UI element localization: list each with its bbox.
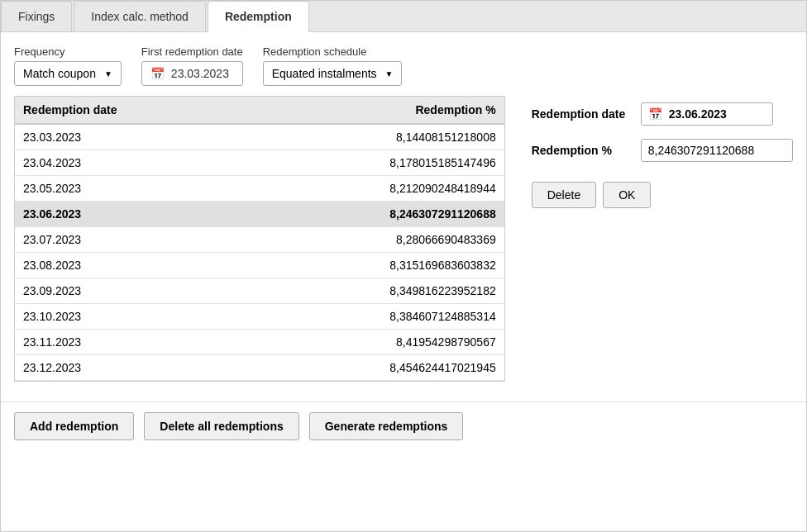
cell-date: 23.07.2023 [15, 227, 246, 253]
calendar-icon: 📅 [150, 67, 165, 80]
frequency-group: Frequency Match coupon ▼ [14, 45, 122, 86]
first-redemption-label: First redemption date [141, 45, 243, 58]
frequency-label: Frequency [14, 45, 122, 58]
cell-pct: 8,28066690483369 [246, 227, 504, 253]
first-redemption-group: First redemption date 📅 23.03.2023 [141, 45, 243, 86]
tab-index-calc[interactable]: Index calc. method [74, 1, 206, 31]
redemption-pct-field-label: Redemption % [532, 144, 631, 157]
redemption-pct-input[interactable] [641, 139, 793, 162]
cell-pct: 8,31516968360383​2 [246, 253, 504, 278]
cell-pct: 8,24630729112068​8 [246, 202, 504, 227]
cell-date: 23.10.2023 [15, 304, 246, 330]
cell-date: 23.09.2023 [15, 278, 246, 304]
calendar-icon-right: 📅 [648, 107, 662, 121]
cell-pct: 8,21209024841894​4 [246, 176, 504, 202]
table-row[interactable]: 23.06.20238,24630729112068​8 [15, 202, 504, 227]
redemption-schedule-group: Redemption schedule Equated instalments … [263, 45, 403, 86]
table-row[interactable]: 23.07.20238,28066690483369 [15, 227, 504, 253]
cell-date: 23.12.2023 [15, 355, 246, 381]
main-container: Fixings Index calc. method Redemption Fr… [0, 0, 807, 532]
chevron-down-icon-2: ▼ [385, 69, 394, 78]
table-row[interactable]: 23.04.20238,17801518514749​6 [15, 150, 504, 176]
cell-pct: 8,17801518514749​6 [246, 150, 504, 176]
first-redemption-date-input[interactable]: 📅 23.03.2023 [141, 61, 243, 86]
col-header-pct: Redemption % [246, 97, 504, 124]
redemption-pct-row: Redemption % [532, 139, 793, 162]
cell-date: 23.04.2023 [15, 150, 246, 176]
cell-pct: 8,38460712488531​4 [246, 304, 504, 330]
table-row[interactable]: 23.03.20238,14408151218008 [15, 124, 504, 150]
frequency-dropdown[interactable]: Match coupon ▼ [14, 61, 122, 86]
ok-button[interactable]: OK [603, 182, 651, 208]
right-panel: Redemption date 📅 23.06.2023 Redemption … [532, 96, 793, 382]
cell-pct: 8,41954298790567 [246, 330, 504, 355]
redemption-schedule-dropdown[interactable]: Equated instalments ▼ [263, 61, 403, 86]
controls-row: Frequency Match coupon ▼ First redemptio… [1, 32, 806, 96]
delete-button[interactable]: Delete [532, 182, 596, 208]
cell-date: 23.11.2023 [15, 330, 246, 355]
tab-fixings[interactable]: Fixings [1, 1, 72, 31]
table-row[interactable]: 23.11.20238,41954298790567 [15, 330, 504, 355]
redemption-date-row: Redemption date 📅 23.06.2023 [532, 102, 793, 126]
redemption-date-field[interactable]: 📅 23.06.2023 [641, 102, 773, 126]
cell-date: 23.05.2023 [15, 176, 246, 202]
table-row[interactable]: 23.05.20238,21209024841894​4 [15, 176, 504, 202]
table-row[interactable]: 23.12.20238,45462441702194​5 [15, 355, 504, 381]
delete-all-redemptions-button[interactable]: Delete all redemptions [144, 412, 298, 440]
redemption-table: Redemption date Redemption % 23.03.20238… [15, 97, 504, 381]
action-btn-row: Delete OK [532, 182, 793, 208]
redemption-schedule-label: Redemption schedule [263, 45, 403, 58]
cell-date: 23.03.2023 [15, 124, 246, 150]
chevron-down-icon: ▼ [104, 69, 112, 78]
main-content: Redemption date Redemption % 23.03.20238… [1, 96, 806, 395]
cell-pct: 8,14408151218008 [246, 124, 504, 150]
tab-redemption[interactable]: Redemption [208, 1, 309, 32]
tabs-bar: Fixings Index calc. method Redemption [1, 1, 806, 32]
add-redemption-button[interactable]: Add redemption [14, 412, 134, 440]
bottom-bar: Add redemption Delete all redemptions Ge… [1, 401, 806, 450]
table-body: 23.03.20238,1440815121800823.04.20238,17… [15, 124, 504, 381]
col-header-date: Redemption date [15, 97, 246, 124]
redemption-date-field-label: Redemption date [532, 107, 631, 121]
table-row[interactable]: 23.08.20238,31516968360383​2 [15, 253, 504, 278]
table-header-row: Redemption date Redemption % [15, 97, 504, 124]
table-row[interactable]: 23.10.20238,38460712488531​4 [15, 304, 504, 330]
cell-pct: 8,34981622395218​2 [246, 278, 504, 304]
cell-date: 23.06.2023 [15, 202, 246, 227]
generate-redemptions-button[interactable]: Generate redemptions [309, 412, 464, 440]
table-row[interactable]: 23.09.20238,34981622395218​2 [15, 278, 504, 304]
cell-date: 23.08.2023 [15, 253, 246, 278]
cell-pct: 8,45462441702194​5 [246, 355, 504, 381]
redemption-table-wrapper: Redemption date Redemption % 23.03.20238… [14, 96, 505, 382]
